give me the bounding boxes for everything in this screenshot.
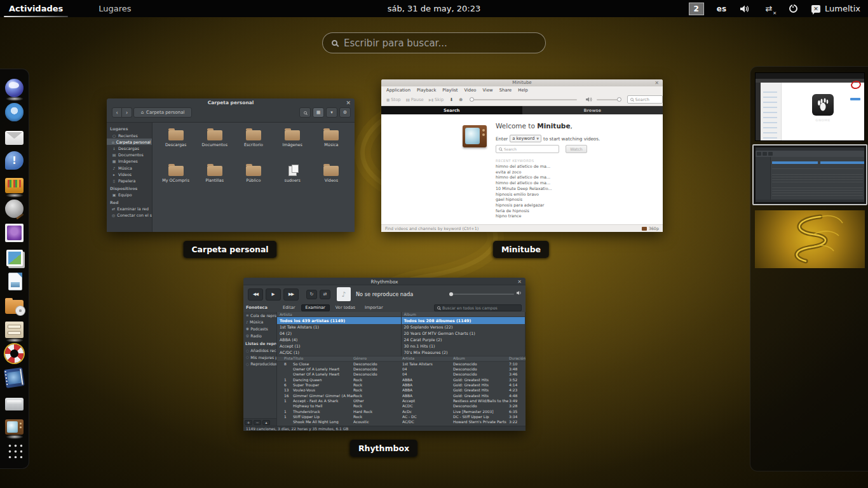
sidebar-item-descargas[interactable]: ↓Descargas [107, 145, 152, 151]
quality-indicator[interactable]: 360p [642, 226, 659, 231]
files-forward-button[interactable]: › [122, 107, 132, 118]
view-all-button[interactable]: Ver todas [332, 304, 359, 311]
workspace-thumbnail-2-active-frame[interactable] [752, 144, 867, 205]
track-row[interactable]: 1Stiff Upper LipRockAC - DCDC - Stiff Up… [277, 414, 526, 419]
launcher-gimp[interactable] [3, 198, 26, 220]
recent-keyword[interactable]: evita al zoco [496, 170, 552, 175]
column-header-pista[interactable]: Pista [283, 356, 293, 360]
next-button[interactable]: ▶▶ [283, 288, 299, 301]
menu-application[interactable]: Application [386, 88, 410, 93]
import-button[interactable]: Importar [361, 304, 387, 311]
artist-row[interactable]: 04 (2) [277, 330, 401, 337]
shuffle-button[interactable]: ⇄ [320, 290, 330, 299]
power-icon[interactable] [787, 3, 799, 15]
file-item-my-ocompris[interactable]: My OCompris [156, 163, 195, 199]
files-window-preview[interactable]: Carpeta personal ✕ ‹ › ⌂ Carpeta persona… [107, 98, 355, 232]
volume-knob[interactable] [617, 97, 621, 102]
file-item-escritorio[interactable]: Escritorio [234, 128, 273, 163]
artist-row[interactable]: 1st Take Allstars (1) [277, 324, 401, 330]
overview-search-bar[interactable]: Escribir para buscar... [322, 32, 546, 53]
minitube-volume-icon[interactable] [586, 97, 593, 102]
keyboard-layout-indicator[interactable]: es [717, 4, 726, 13]
volume-slider[interactable] [597, 99, 621, 100]
launcher-music-collection[interactable] [3, 173, 26, 196]
files-view-options-button[interactable]: ▾ [326, 107, 337, 118]
recent-keyword[interactable]: hipnosis para adelgazar [496, 203, 552, 208]
launcher-web-browser[interactable] [3, 77, 26, 100]
recent-keyword[interactable]: hipno trance [496, 214, 552, 219]
launcher-messenger[interactable]: ! [3, 149, 26, 172]
launcher-documents[interactable] [3, 270, 26, 293]
files-close-button[interactable]: ✕ [346, 100, 351, 106]
recent-keyword[interactable]: himno del atletico de ma... [496, 180, 552, 186]
file-item-documentos[interactable]: Documentos [195, 128, 234, 163]
places-menu[interactable]: Lugares [90, 0, 140, 17]
menu-view[interactable]: View [483, 88, 493, 93]
column-header-álbum[interactable]: Álbum [453, 356, 509, 360]
show-applications-button[interactable] [3, 439, 26, 462]
recent-keyword[interactable]: gael hipnosis [496, 197, 552, 203]
menu-video[interactable]: Video [464, 88, 476, 93]
column-header-género[interactable]: Género [353, 356, 402, 360]
minitube-window-preview[interactable]: Minitube ✕ ApplicationPlaybackPlaylistVi… [381, 79, 663, 232]
workspace-indicator[interactable]: 2 [689, 3, 704, 15]
clock[interactable]: sáb, 31 de may, 20:23 [388, 4, 480, 13]
sidebar-item-imágenes[interactable]: ▦Imágenes [107, 158, 152, 165]
album-row[interactable]: 20 Soplando Versos (22) [402, 324, 526, 330]
playlist-properties-button[interactable]: ▴ [262, 420, 270, 425]
target-icon[interactable]: ⊕ [459, 97, 463, 102]
minitube-close-button[interactable]: ✕ [654, 80, 659, 86]
activities-button[interactable]: Actividades [0, 0, 72, 17]
file-item-vídeos[interactable]: Vídeos [312, 163, 351, 199]
album-row[interactable]: 20 Years Of MTV German Charts (1) [402, 330, 526, 337]
launcher-chromium[interactable] [3, 101, 26, 124]
play-button[interactable]: ▶ [266, 288, 281, 301]
volume-icon[interactable] [739, 3, 750, 15]
source-mis-mejores-pun[interactable]: ◌Mis mejores pun... [243, 354, 276, 361]
file-item-descargas[interactable]: Descargas [156, 128, 195, 163]
workspace-thumbnail-2[interactable] [756, 147, 864, 202]
repeat-button[interactable]: ↻ [306, 290, 317, 299]
track-row[interactable]: Highway to HellRockACDCDesconocido3:28 [277, 403, 526, 409]
source-reproducidos-re[interactable]: ◌Reproducidos re... [243, 361, 276, 368]
launcher-email[interactable] [3, 125, 26, 148]
launcher-help[interactable] [3, 342, 26, 365]
album-column-header[interactable]: Álbum [402, 312, 526, 317]
files-menu-button[interactable]: ⚙ [339, 107, 351, 118]
tab-search[interactable]: Search [381, 106, 522, 114]
user-menu[interactable]: ✕ Lumeltix [811, 4, 860, 13]
sidebar-item-papelera[interactable]: ▯Papelera [107, 177, 152, 184]
rhythmbox-search-input[interactable]: Buscar en todos los campos [434, 304, 522, 311]
launcher-scanner[interactable] [3, 391, 26, 414]
album-row[interactable]: 24 Carat Purple (2) [402, 337, 526, 343]
edit-button[interactable]: Editar [279, 304, 299, 311]
file-item-sudoers[interactable]: sudoers [273, 163, 312, 199]
sidebar-item-música[interactable]: ♪Música [107, 165, 152, 171]
recent-keyword[interactable]: himno del atletico de ma... [496, 164, 552, 170]
artist-column-header[interactable]: Artista [277, 312, 401, 317]
source-añadidos-recient[interactable]: ◌Añadidos recient... [243, 347, 276, 354]
launcher-comic-viewer[interactable] [3, 222, 26, 245]
artist-row[interactable]: AC/DC (1) [277, 349, 401, 356]
launcher-minitube[interactable] [3, 415, 26, 438]
sidebar-item-documentos[interactable]: ▤Documentos [107, 152, 152, 158]
artist-row[interactable]: Todos los 439 artistas (1149) [277, 317, 401, 323]
track-row[interactable]: Owner Of A Lonely HeartDesconocido04Desc… [277, 372, 526, 377]
column-header-título[interactable]: Título [293, 356, 353, 360]
source-música[interactable]: ♪Música [243, 319, 276, 326]
column-header-artista[interactable]: Artista [402, 356, 453, 360]
seek-slider[interactable] [470, 99, 577, 100]
sidebar-item-recientes[interactable]: ○Recientes [107, 132, 152, 139]
column-header-duración[interactable]: Duración [509, 356, 526, 360]
files-view-grid-button[interactable]: ▦ [313, 107, 324, 118]
artist-row[interactable]: ABBA (4) [277, 337, 401, 343]
launcher-video-editor[interactable] [3, 367, 26, 390]
keyword-dropdown[interactable]: a keyword▼ [510, 135, 541, 142]
sidebar-item-carpeta-personal[interactable]: ⌂Carpeta personal [107, 139, 152, 145]
rhythmbox-close-button[interactable]: ✕ [517, 279, 522, 285]
stop-button[interactable]: ■Stop [386, 97, 401, 102]
browse-button[interactable]: Examinar [301, 304, 330, 311]
previous-button[interactable]: ◀◀ [248, 288, 263, 301]
skip-button[interactable]: ▶▮Skip [429, 97, 444, 102]
add-playlist-button[interactable]: + [245, 420, 252, 425]
